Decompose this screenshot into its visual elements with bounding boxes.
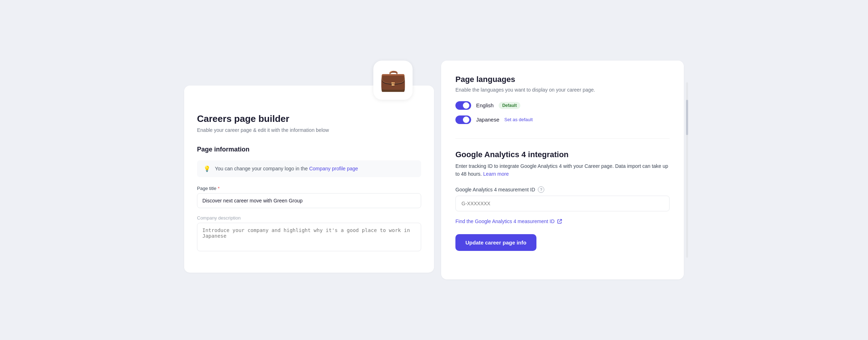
briefcase-icon: 💼 <box>380 69 407 91</box>
left-card: Careers page builder Enable your career … <box>184 86 434 273</box>
ga4-description: Enter tracking ID to integrate Google An… <box>455 162 670 178</box>
english-toggle[interactable] <box>455 101 471 110</box>
update-career-page-button[interactable]: Update career page info <box>455 234 536 251</box>
section-divider <box>455 138 670 139</box>
ga4-label-row: Google Analytics 4 measurement ID ? <box>455 186 670 193</box>
info-banner: 💡 You can change your company logo in th… <box>197 160 421 177</box>
page-container: 💼 Careers page builder Enable your caree… <box>184 61 684 280</box>
right-panel: Page languages Enable the languages you … <box>441 61 684 280</box>
ga4-section: Google Analytics 4 integration Enter tra… <box>455 150 670 251</box>
briefcase-icon-container: 💼 <box>373 61 413 100</box>
find-ga-link-text: Find the Google Analytics 4 measurement … <box>455 218 555 224</box>
english-language-row: English Default <box>455 101 670 110</box>
careers-subtitle: Enable your career page & edit it with t… <box>197 127 421 133</box>
info-banner-text: You can change your company logo in the … <box>215 166 358 171</box>
set-as-default-link[interactable]: Set as default <box>504 117 533 122</box>
left-panel: 💼 Careers page builder Enable your caree… <box>184 61 434 280</box>
page-title-label: Page title * <box>197 186 421 191</box>
japanese-language-name: Japanese <box>476 117 499 123</box>
lightbulb-icon: 💡 <box>203 165 211 172</box>
page-information-heading: Page information <box>197 146 421 153</box>
page-languages-heading: Page languages <box>455 75 670 84</box>
english-language-name: English <box>476 102 494 108</box>
japanese-toggle[interactable] <box>455 115 471 124</box>
careers-page-title: Careers page builder <box>197 113 421 124</box>
external-link-icon <box>557 218 562 224</box>
company-description-group: Company description <box>197 215 421 253</box>
company-description-textarea[interactable] <box>197 223 421 251</box>
ga4-measurement-id-input[interactable] <box>455 196 670 211</box>
scrollbar-thumb[interactable] <box>686 100 688 135</box>
ga4-heading: Google Analytics 4 integration <box>455 150 670 159</box>
page-languages-section: Page languages Enable the languages you … <box>455 75 670 124</box>
help-icon[interactable]: ? <box>538 186 544 193</box>
ga4-measurement-id-label: Google Analytics 4 measurement ID <box>455 187 535 192</box>
page-title-group: Page title * <box>197 186 421 208</box>
learn-more-link[interactable]: Learn more <box>483 171 509 177</box>
page-title-input[interactable] <box>197 193 421 208</box>
page-languages-desc: Enable the languages you want to display… <box>455 87 670 93</box>
company-profile-link[interactable]: Company profile page <box>309 166 358 171</box>
default-badge: Default <box>499 102 520 109</box>
right-panel-wrapper: Page languages Enable the languages you … <box>434 61 684 280</box>
japanese-toggle-slider <box>455 115 471 124</box>
find-ga-link[interactable]: Find the Google Analytics 4 measurement … <box>455 218 670 224</box>
company-description-label: Company description <box>197 215 421 221</box>
scrollbar-track <box>686 82 688 258</box>
japanese-language-row: Japanese Set as default <box>455 115 670 124</box>
required-indicator: * <box>218 186 219 191</box>
english-toggle-slider <box>455 101 471 110</box>
